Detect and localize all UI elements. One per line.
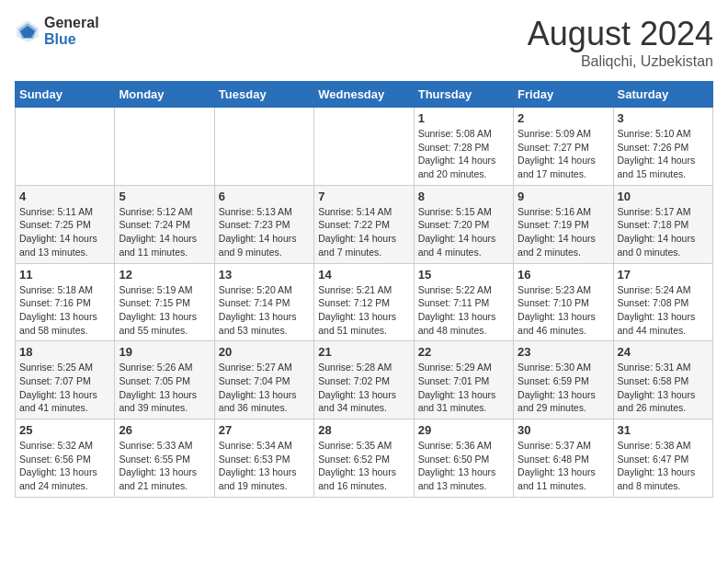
cell-info: Sunrise: 5:19 AM Sunset: 7:15 PM Dayligh… <box>119 283 210 338</box>
calendar-cell: 11Sunrise: 5:18 AM Sunset: 7:16 PM Dayli… <box>16 263 115 341</box>
cell-info: Sunrise: 5:24 AM Sunset: 7:08 PM Dayligh… <box>618 283 709 338</box>
day-number: 1 <box>418 111 509 125</box>
calendar-cell: 10Sunrise: 5:17 AM Sunset: 7:18 PM Dayli… <box>613 185 712 263</box>
calendar-cell <box>115 108 214 186</box>
calendar-header: SundayMondayTuesdayWednesdayThursdayFrid… <box>16 82 713 108</box>
cell-info: Sunrise: 5:17 AM Sunset: 7:18 PM Dayligh… <box>618 205 709 259</box>
cell-info: Sunrise: 5:14 AM Sunset: 7:22 PM Dayligh… <box>318 205 409 259</box>
cell-info: Sunrise: 5:37 AM Sunset: 6:48 PM Dayligh… <box>518 439 609 493</box>
cell-info: Sunrise: 5:13 AM Sunset: 7:23 PM Dayligh… <box>219 205 310 259</box>
week-row-3: 11Sunrise: 5:18 AM Sunset: 7:16 PM Dayli… <box>16 263 713 341</box>
calendar-cell: 21Sunrise: 5:28 AM Sunset: 7:02 PM Dayli… <box>314 341 414 419</box>
cell-info: Sunrise: 5:16 AM Sunset: 7:19 PM Dayligh… <box>518 205 609 259</box>
calendar-cell: 31Sunrise: 5:38 AM Sunset: 6:47 PM Dayli… <box>613 419 712 498</box>
header-cell-thursday: Thursday <box>414 82 513 108</box>
day-number: 2 <box>518 111 609 125</box>
cell-info: Sunrise: 5:12 AM Sunset: 7:24 PM Dayligh… <box>119 205 210 259</box>
day-number: 15 <box>418 268 509 282</box>
day-number: 6 <box>219 190 310 203</box>
location: Baliqchi, Uzbekistan <box>528 53 713 70</box>
day-number: 25 <box>19 423 110 437</box>
cell-info: Sunrise: 5:20 AM Sunset: 7:14 PM Dayligh… <box>219 283 310 338</box>
calendar-cell: 29Sunrise: 5:36 AM Sunset: 6:50 PM Dayli… <box>414 419 513 498</box>
day-number: 27 <box>219 423 310 437</box>
header-cell-tuesday: Tuesday <box>214 82 313 108</box>
day-number: 21 <box>318 345 409 359</box>
cell-info: Sunrise: 5:26 AM Sunset: 7:05 PM Dayligh… <box>119 361 210 415</box>
day-number: 17 <box>618 268 709 282</box>
header-cell-monday: Monday <box>115 82 214 108</box>
calendar-cell: 15Sunrise: 5:22 AM Sunset: 7:11 PM Dayli… <box>414 263 513 341</box>
calendar-cell: 12Sunrise: 5:19 AM Sunset: 7:15 PM Dayli… <box>115 263 214 341</box>
page-header: General Blue August 2024 Baliqchi, Uzbek… <box>15 15 713 70</box>
cell-info: Sunrise: 5:33 AM Sunset: 6:55 PM Dayligh… <box>119 439 210 493</box>
cell-info: Sunrise: 5:21 AM Sunset: 7:12 PM Dayligh… <box>318 283 409 338</box>
day-number: 10 <box>618 190 709 203</box>
cell-info: Sunrise: 5:27 AM Sunset: 7:04 PM Dayligh… <box>219 361 310 415</box>
calendar-cell: 18Sunrise: 5:25 AM Sunset: 7:07 PM Dayli… <box>16 341 115 419</box>
calendar-body: 1Sunrise: 5:08 AM Sunset: 7:28 PM Daylig… <box>16 108 713 498</box>
day-number: 16 <box>518 268 609 282</box>
header-row: SundayMondayTuesdayWednesdayThursdayFrid… <box>16 82 713 108</box>
day-number: 12 <box>119 268 210 282</box>
calendar-cell: 27Sunrise: 5:34 AM Sunset: 6:53 PM Dayli… <box>214 419 313 498</box>
cell-info: Sunrise: 5:25 AM Sunset: 7:07 PM Dayligh… <box>19 361 110 415</box>
calendar: SundayMondayTuesdayWednesdayThursdayFrid… <box>15 81 713 498</box>
cell-info: Sunrise: 5:09 AM Sunset: 7:27 PM Dayligh… <box>518 127 609 181</box>
day-number: 9 <box>518 190 609 203</box>
logo-general: General <box>44 15 99 31</box>
day-number: 30 <box>518 423 609 437</box>
calendar-cell: 25Sunrise: 5:32 AM Sunset: 6:56 PM Dayli… <box>16 419 115 498</box>
week-row-2: 4Sunrise: 5:11 AM Sunset: 7:25 PM Daylig… <box>16 185 713 263</box>
header-cell-saturday: Saturday <box>613 82 712 108</box>
cell-info: Sunrise: 5:23 AM Sunset: 7:10 PM Dayligh… <box>518 283 609 338</box>
day-number: 11 <box>19 268 110 282</box>
day-number: 23 <box>518 345 609 359</box>
cell-info: Sunrise: 5:36 AM Sunset: 6:50 PM Dayligh… <box>418 439 509 493</box>
calendar-cell <box>16 108 115 186</box>
day-number: 18 <box>19 345 110 359</box>
day-number: 4 <box>19 190 110 203</box>
calendar-cell: 14Sunrise: 5:21 AM Sunset: 7:12 PM Dayli… <box>314 263 414 341</box>
week-row-5: 25Sunrise: 5:32 AM Sunset: 6:56 PM Dayli… <box>16 419 713 498</box>
calendar-cell: 22Sunrise: 5:29 AM Sunset: 7:01 PM Dayli… <box>414 341 513 419</box>
logo-blue: Blue <box>44 31 99 48</box>
calendar-cell: 30Sunrise: 5:37 AM Sunset: 6:48 PM Dayli… <box>514 419 613 498</box>
calendar-cell: 8Sunrise: 5:15 AM Sunset: 7:20 PM Daylig… <box>414 185 513 263</box>
day-number: 13 <box>219 268 310 282</box>
cell-info: Sunrise: 5:35 AM Sunset: 6:52 PM Dayligh… <box>318 439 409 493</box>
cell-info: Sunrise: 5:10 AM Sunset: 7:26 PM Dayligh… <box>618 127 709 181</box>
calendar-cell: 9Sunrise: 5:16 AM Sunset: 7:19 PM Daylig… <box>514 185 613 263</box>
day-number: 31 <box>618 423 709 437</box>
calendar-cell: 3Sunrise: 5:10 AM Sunset: 7:26 PM Daylig… <box>613 108 712 186</box>
calendar-cell: 6Sunrise: 5:13 AM Sunset: 7:23 PM Daylig… <box>214 185 313 263</box>
logo-text: General Blue <box>44 15 99 47</box>
calendar-cell: 2Sunrise: 5:09 AM Sunset: 7:27 PM Daylig… <box>514 108 613 186</box>
cell-info: Sunrise: 5:38 AM Sunset: 6:47 PM Dayligh… <box>618 439 709 493</box>
header-cell-friday: Friday <box>514 82 613 108</box>
day-number: 20 <box>219 345 310 359</box>
calendar-cell: 5Sunrise: 5:12 AM Sunset: 7:24 PM Daylig… <box>115 185 214 263</box>
calendar-cell: 24Sunrise: 5:31 AM Sunset: 6:58 PM Dayli… <box>613 341 712 419</box>
calendar-cell <box>314 108 414 186</box>
month-title: August 2024 <box>528 15 713 53</box>
week-row-1: 1Sunrise: 5:08 AM Sunset: 7:28 PM Daylig… <box>16 108 713 186</box>
day-number: 24 <box>618 345 709 359</box>
cell-info: Sunrise: 5:11 AM Sunset: 7:25 PM Dayligh… <box>19 205 110 259</box>
cell-info: Sunrise: 5:28 AM Sunset: 7:02 PM Dayligh… <box>318 361 409 415</box>
cell-info: Sunrise: 5:34 AM Sunset: 6:53 PM Dayligh… <box>219 439 310 493</box>
calendar-cell: 28Sunrise: 5:35 AM Sunset: 6:52 PM Dayli… <box>314 419 414 498</box>
day-number: 26 <box>119 423 210 437</box>
day-number: 28 <box>318 423 409 437</box>
logo: General Blue <box>15 15 99 47</box>
calendar-cell: 13Sunrise: 5:20 AM Sunset: 7:14 PM Dayli… <box>214 263 313 341</box>
calendar-cell <box>214 108 313 186</box>
header-cell-sunday: Sunday <box>16 82 115 108</box>
calendar-cell: 16Sunrise: 5:23 AM Sunset: 7:10 PM Dayli… <box>514 263 613 341</box>
cell-info: Sunrise: 5:29 AM Sunset: 7:01 PM Dayligh… <box>418 361 509 415</box>
header-cell-wednesday: Wednesday <box>314 82 414 108</box>
calendar-cell: 17Sunrise: 5:24 AM Sunset: 7:08 PM Dayli… <box>613 263 712 341</box>
title-block: August 2024 Baliqchi, Uzbekistan <box>528 15 713 70</box>
calendar-cell: 4Sunrise: 5:11 AM Sunset: 7:25 PM Daylig… <box>16 185 115 263</box>
cell-info: Sunrise: 5:32 AM Sunset: 6:56 PM Dayligh… <box>19 439 110 493</box>
